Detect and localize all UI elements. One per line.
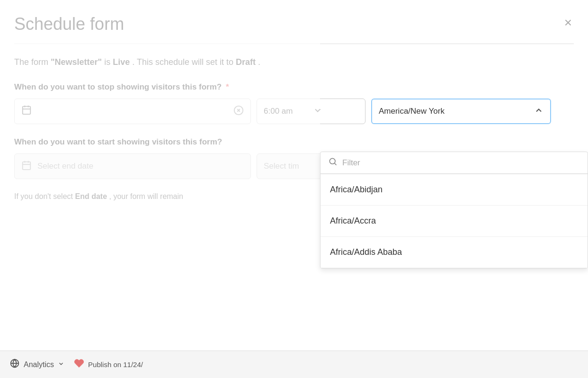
stop-date-input[interactable]: Nov 17, 2022 xyxy=(37,107,228,116)
start-calendar-icon xyxy=(21,160,32,173)
timezone-option-0[interactable]: Africa/Abidjan xyxy=(321,174,588,206)
timezone-option-1[interactable]: Africa/Accra xyxy=(321,206,588,237)
analytics-label: Analytics xyxy=(24,360,54,369)
svg-line-12 xyxy=(335,163,337,165)
clear-icon[interactable] xyxy=(233,105,244,118)
desc-middle: . This schedule will set it to xyxy=(132,57,236,67)
bottom-bar: Analytics Publish on 11/24/ xyxy=(0,351,588,378)
stop-time-value: 6:00 am xyxy=(264,107,309,116)
start-date-placeholder: Select end date xyxy=(37,162,93,171)
svg-rect-7 xyxy=(23,162,31,170)
calendar-icon xyxy=(21,105,32,118)
stop-section-label: When do you want to stop showing visitor… xyxy=(14,82,574,92)
analytics-button[interactable]: Analytics xyxy=(9,358,64,371)
dropdown-search-wrapper xyxy=(321,152,588,174)
timezone-select[interactable]: America/New York xyxy=(371,99,551,124)
publish-label: Publish on 11/24/ xyxy=(88,360,143,369)
required-star: * xyxy=(223,82,229,91)
timezone-chevron-up-icon xyxy=(534,106,543,117)
desc-target-status: Draft xyxy=(236,57,256,67)
svg-point-11 xyxy=(330,158,335,164)
time-chevron-down-icon xyxy=(313,106,358,117)
desc-prefix: The form xyxy=(14,57,51,67)
start-section-label: When do you want to start showing visito… xyxy=(14,137,574,147)
timezone-filter-input[interactable] xyxy=(342,158,580,168)
start-time-placeholder: Select tim xyxy=(264,162,299,171)
modal-header: Schedule form × xyxy=(14,14,574,34)
analytics-chevron-icon xyxy=(58,360,64,369)
stop-field-row: Nov 17, 2022 6:00 am xyxy=(14,99,574,124)
start-date-input-wrapper[interactable]: Select end date xyxy=(14,153,251,179)
desc-form-name: "Newsletter" xyxy=(51,57,102,67)
timezone-dropdown: Africa/Abidjan Africa/Accra Africa/Addis… xyxy=(320,152,588,269)
header-divider xyxy=(14,44,574,44)
desc-is: is xyxy=(104,57,113,67)
desc-suffix: . xyxy=(258,57,260,67)
timezone-option-2[interactable]: Africa/Addis Ababa xyxy=(321,237,588,268)
modal-title: Schedule form xyxy=(14,14,124,34)
dropdown-search-icon xyxy=(328,157,338,169)
publish-button[interactable]: Publish on 11/24/ xyxy=(74,358,143,371)
description-text: The form "Newsletter" is Live . This sch… xyxy=(14,57,574,67)
timezone-value: America/New York xyxy=(379,107,530,116)
modal-container: Schedule form × The form "Newsletter" is… xyxy=(0,0,588,378)
svg-rect-0 xyxy=(23,107,31,115)
close-button[interactable]: × xyxy=(562,14,574,31)
analytics-icon xyxy=(9,358,20,371)
heart-icon xyxy=(74,358,84,371)
desc-live-status: Live xyxy=(113,57,130,67)
stop-date-input-wrapper[interactable]: Nov 17, 2022 xyxy=(14,99,251,124)
modal-overlay: Schedule form × The form "Newsletter" is… xyxy=(0,0,588,378)
stop-time-select[interactable]: 6:00 am xyxy=(257,99,365,124)
